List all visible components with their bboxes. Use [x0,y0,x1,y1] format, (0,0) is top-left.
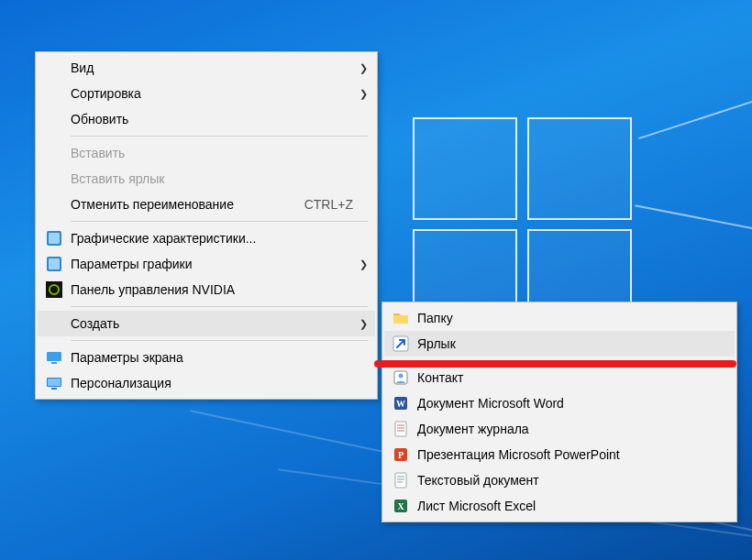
intel-gfx-icon [43,230,65,247]
menu-label: Документ Microsoft Word [412,396,727,411]
svg-rect-9 [48,379,61,386]
journal-icon [390,421,412,437]
svg-text:P: P [398,450,404,460]
menu-nvidia-panel[interactable]: Панель управления NVIDIA [38,277,375,302]
menu-separator [71,306,368,307]
shortcut-icon [390,335,412,352]
menu-create[interactable]: Создать ❯ [38,311,375,336]
menu-label: Обновить [65,112,353,126]
svg-text:X: X [397,501,404,511]
menu-label: Сортировка [65,86,353,101]
powerpoint-icon: P [390,446,412,463]
annotation-red-underline [374,360,736,368]
submenu-word-doc[interactable]: W Документ Microsoft Word [384,390,735,416]
folder-icon [390,310,412,326]
menu-label: Создать [65,316,353,331]
menu-label: Панель управления NVIDIA [65,282,353,297]
menu-label: Документ журнала [412,422,727,436]
menu-label: Презентация Microsoft PowerPoint [412,447,727,462]
svg-rect-7 [51,362,57,364]
menu-label: Параметры экрана [65,350,353,365]
submenu-arrow-icon: ❯ [353,258,368,270]
submenu-arrow-icon: ❯ [353,88,368,100]
intel-gfx-icon [43,256,65,272]
menu-label: Контакт [412,370,727,385]
menu-shortcut: CTRL+Z [282,197,353,212]
submenu-text-doc[interactable]: Текстовый документ [384,467,735,493]
menu-label: Графические характеристики... [65,231,353,246]
menu-label: Текстовый документ [412,473,727,488]
svg-rect-4 [46,281,62,298]
wallpaper-pane [413,229,517,306]
svg-rect-3 [49,258,60,269]
svg-text:W: W [396,399,405,409]
svg-rect-1 [49,233,60,244]
desktop-context-menu: Вид ❯ Сортировка ❯ Обновить Вставить Вст… [35,51,378,400]
menu-paste: Вставить [38,140,375,166]
wallpaper-ray [638,64,752,139]
menu-separator [71,221,368,222]
menu-label: Вставить ярлык [65,171,353,186]
contact-icon [390,369,412,386]
submenu-arrow-icon: ❯ [353,318,368,330]
submenu-ppt-pres[interactable]: P Презентация Microsoft PowerPoint [384,442,735,467]
menu-display-settings[interactable]: Параметры экрана [38,345,375,370]
submenu-arrow-icon: ❯ [353,62,368,74]
personalization-icon [43,375,65,391]
menu-undo-rename[interactable]: Отменить переименование CTRL+Z [38,192,375,217]
wallpaper-pane [527,229,632,306]
menu-label: Вид [65,60,353,75]
wallpaper-pane [413,117,517,220]
desktop-wallpaper[interactable]: Вид ❯ Сортировка ❯ Обновить Вставить Вст… [0,0,752,560]
nvidia-icon [43,281,65,298]
submenu-folder[interactable]: Папку [384,305,735,331]
svg-rect-22 [395,473,406,488]
menu-intel-gfx-params[interactable]: Параметры графики ❯ [38,251,375,277]
menu-separator [71,136,368,137]
menu-separator [71,340,368,341]
create-submenu: Папку Ярлык Контакт W Документ Microsoft… [382,302,737,522]
menu-label: Отменить переименование [65,197,282,212]
svg-rect-10 [51,388,57,390]
menu-label: Ярлык [412,336,727,351]
menu-label: Папку [412,311,727,325]
menu-personalization[interactable]: Персонализация [38,370,375,396]
menu-paste-shortcut: Вставить ярлык [38,166,375,192]
menu-refresh[interactable]: Обновить [38,106,375,132]
svg-point-13 [399,374,404,379]
menu-label: Параметры графики [65,257,353,271]
wallpaper-ray [635,204,752,252]
submenu-excel-sheet[interactable]: X Лист Microsoft Excel [384,493,735,519]
menu-label: Лист Microsoft Excel [412,499,727,513]
submenu-journal-doc[interactable]: Документ журнала [384,416,735,442]
menu-sort[interactable]: Сортировка ❯ [38,81,375,106]
menu-intel-gfx-characteristics[interactable]: Графические характеристики... [38,225,375,251]
display-settings-icon [43,349,65,366]
menu-label: Персонализация [65,376,353,390]
svg-rect-6 [47,352,61,361]
submenu-shortcut[interactable]: Ярлык [384,331,735,357]
svg-rect-16 [395,422,406,436]
excel-icon: X [390,498,412,514]
textfile-icon [390,472,412,489]
wallpaper-pane [527,117,632,220]
menu-label: Вставить [65,146,353,160]
submenu-contact[interactable]: Контакт [384,365,735,390]
word-icon: W [390,395,412,412]
menu-view[interactable]: Вид ❯ [38,55,375,81]
